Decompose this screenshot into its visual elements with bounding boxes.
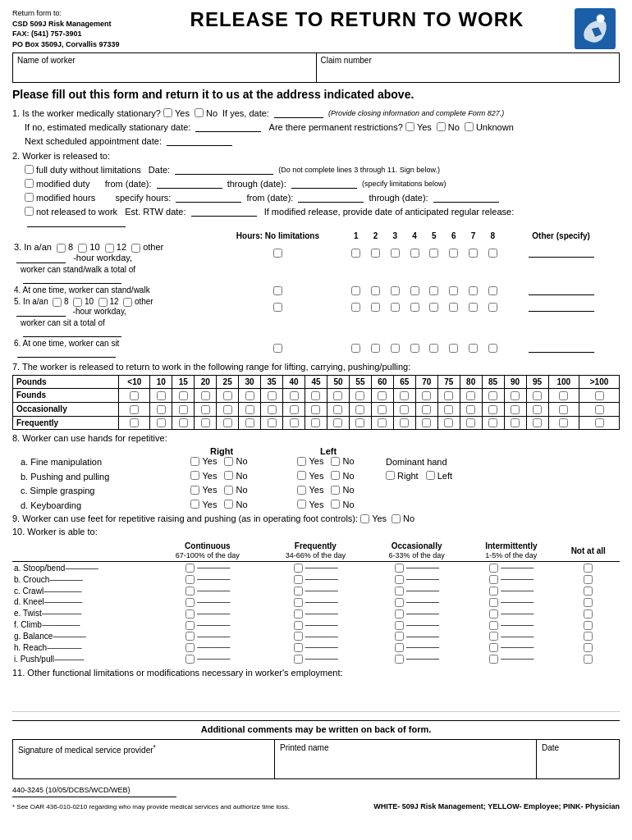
- q2-full-date-field[interactable]: [175, 164, 273, 175]
- q3-10hr[interactable]: [78, 244, 87, 253]
- q1-provide-text: (Provide closing information and complet…: [328, 109, 504, 117]
- ability-stoop-row: a. Stoop/bend-------------------- ------…: [12, 562, 620, 573]
- q1-no-input[interactable]: [195, 108, 204, 117]
- printed-name-field[interactable]: [280, 752, 531, 773]
- form-number-text: 440-3245 (10/05/DCBS/WCD/WEB): [12, 786, 131, 794]
- form-body: 1. Is the worker medically stationary? Y…: [12, 107, 620, 712]
- q1-no-checkbox[interactable]: No: [195, 108, 218, 118]
- q5-10hr[interactable]: [73, 298, 82, 307]
- ability-climb-row: f. Climb----------------------- --------…: [12, 619, 620, 631]
- claim-number-box: Claim number: [317, 53, 620, 82]
- pounds-table: Pounds <10 10 15 20 25 30 35 40 45 50 55…: [12, 375, 620, 431]
- q2-full-date-label: Date:: [149, 165, 170, 175]
- signature-cell: Signature of medical service provider*: [13, 740, 275, 778]
- return-address: Return form to: CSD 509J Risk Management…: [12, 8, 144, 49]
- q2-not-released-checkbox[interactable]: not released to work: [25, 207, 117, 217]
- hours-table: Hours: No limitations 1 2 3 4 5 6 7 8 Ot…: [12, 231, 620, 358]
- q2-full-note: (Do not complete lines 3 through 11. Sig…: [278, 166, 440, 174]
- q2-estRTW-field[interactable]: [191, 206, 257, 217]
- q2-modified-through-field[interactable]: [291, 178, 357, 189]
- q1-yes-input[interactable]: [163, 108, 172, 117]
- claim-number-label: Claim number: [321, 56, 616, 65]
- q3-nolim[interactable]: [273, 249, 282, 258]
- q2-modified-row: modified duty from (date): through (date…: [25, 178, 620, 189]
- q2-hours-specify-label: specify hours:: [116, 193, 172, 203]
- q3-8hr[interactable]: [57, 244, 66, 253]
- q9-row: 9. Worker can use feet for repetitive ra…: [12, 514, 620, 523]
- q8-section: 8. Worker can use hands for repetitive: …: [12, 433, 620, 510]
- q7-label: 7. The worker is released to return to w…: [12, 362, 410, 372]
- q5-8hr[interactable]: [53, 298, 62, 307]
- q2-hours-through-label: through (date):: [369, 193, 428, 203]
- printed-name-cell: Printed name: [275, 740, 537, 778]
- q4-row: 4. At one time, worker can stand/walk: [12, 285, 620, 296]
- q1-date-field[interactable]: [274, 107, 323, 118]
- ability-twist-row: e. Twist------------------------ -------…: [12, 608, 620, 619]
- ability-pushpull-row: i. Push/pull------------------ ---------…: [12, 653, 620, 664]
- q9-no-checkbox[interactable]: No: [392, 514, 414, 523]
- q2-hours-row: modified hours specify hours: from (date…: [25, 192, 620, 203]
- pounds-founds-row: Founds: [13, 388, 620, 402]
- worker-name-box: Name of worker: [13, 53, 317, 82]
- q1b-yes-checkbox[interactable]: Yes: [405, 122, 432, 132]
- q2-modified-from-field[interactable]: [157, 178, 222, 189]
- org-line2: FAX: (541) 757-3901: [12, 29, 144, 39]
- q8-header-row: 8. Worker can use hands for repetitive:: [12, 433, 620, 443]
- q1b-unknown-checkbox[interactable]: Unknown: [465, 122, 514, 132]
- ability-balance-row: g. Balance-------------------- ---------…: [12, 631, 620, 642]
- q5-12hr[interactable]: [98, 298, 108, 307]
- pounds-frequently-row: Frequently: [13, 416, 620, 430]
- bottom-divider: [12, 797, 176, 797]
- q2-estRTW-label: Est. RTW date:: [125, 207, 185, 217]
- q7-label-row: 7. The worker is released to return to w…: [12, 362, 620, 372]
- q8-right-label: Right: [172, 446, 271, 456]
- q1-yes-checkbox[interactable]: Yes: [163, 108, 190, 118]
- q8-dominant-label: Dominant hand: [386, 457, 447, 467]
- q1b-date-field[interactable]: [195, 121, 261, 132]
- q11-field[interactable]: [12, 679, 620, 712]
- q2-hours-through-field[interactable]: [433, 192, 499, 203]
- copies-text: WHITE- 509J Risk Management; YELLOW- Emp…: [373, 802, 620, 810]
- q8-columns-header: Right Left: [21, 446, 620, 456]
- q1b-row: If no, estimated medically stationary da…: [25, 121, 620, 132]
- disclaimer-text: * See OAR 436-010-0210 regarding who may…: [12, 803, 290, 810]
- q3b-row: worker can stand/walk a total of: [12, 264, 620, 285]
- q9-label: 9. Worker can use feet for repetitive ra…: [12, 514, 358, 523]
- q2-modified-through-label: through (date):: [227, 179, 286, 189]
- q2-hours-specify-field[interactable]: [176, 192, 241, 203]
- q10-section: 10. Worker is able to: Continuous 67-100…: [12, 527, 620, 664]
- org-line3: PO Box 3509J, Corvallis 97339: [12, 39, 144, 50]
- q9-yes-checkbox[interactable]: Yes: [360, 514, 387, 523]
- q8-label: 8. Worker can use hands for repetitive:: [12, 433, 167, 443]
- q2-hours-from-label: from (date):: [247, 193, 294, 203]
- q2-full-checkbox[interactable]: full duty without limitations: [25, 165, 141, 175]
- q8-items: a. Fine manipulation Yes No Yes No Domin…: [21, 456, 620, 510]
- date-field[interactable]: [542, 752, 614, 773]
- q1-if-yes-label: If yes, date:: [222, 108, 269, 118]
- q1c-date-field[interactable]: [167, 135, 232, 146]
- q10-label: 10. Worker is able to:: [12, 527, 98, 536]
- q3-other[interactable]: [131, 244, 140, 253]
- q2-if-modified-label: If modified release, provide date of ant…: [264, 207, 515, 217]
- q1c-row: Next scheduled appointment date:: [25, 135, 620, 146]
- q2-modified-release-field[interactable]: [27, 217, 126, 227]
- page-header: Return form to: CSD 509J Risk Management…: [12, 8, 620, 49]
- form-number: 440-3245 (10/05/DCBS/WCD/WEB): [12, 786, 620, 794]
- q3-12hr[interactable]: [105, 244, 114, 253]
- signature-field[interactable]: [18, 755, 269, 775]
- q2-modified-from-label: from (date):: [105, 179, 152, 189]
- q5-other[interactable]: [123, 298, 132, 307]
- date-label: Date: [542, 743, 559, 752]
- q2-not-released-row: not released to work Est. RTW date: If m…: [25, 206, 620, 227]
- title-area: RELEASE TO RETURN TO WORK: [144, 8, 570, 31]
- ability-crouch-row: b. Crouch-------------------- ----------…: [12, 573, 620, 585]
- q1b-no-checkbox[interactable]: No: [437, 122, 460, 132]
- date-cell: Date: [537, 740, 619, 778]
- q6-row: 6. At one time, worker can sit: [12, 338, 620, 358]
- q1c-label: Next scheduled appointment date:: [25, 136, 162, 146]
- q3-row: 3. In a/an 8 10 12 other -hour workday,: [12, 241, 620, 264]
- q2-hours-from-field[interactable]: [298, 192, 364, 203]
- q2-modified-checkbox[interactable]: modified duty: [25, 179, 89, 189]
- q2-hours-checkbox[interactable]: modified hours: [25, 193, 95, 203]
- worker-claim-row: Name of worker Claim number: [12, 52, 620, 83]
